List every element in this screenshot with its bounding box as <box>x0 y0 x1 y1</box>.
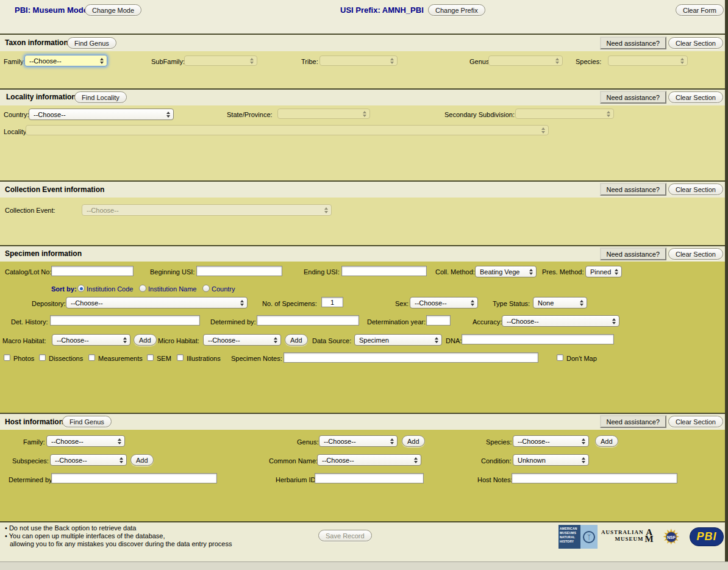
stepper-arrows-icon <box>432 337 440 343</box>
host-condition-select[interactable]: Unknown <box>513 454 589 466</box>
host-subspecies-select[interactable]: --Choose-- <box>50 454 127 466</box>
sort-institution-code-radio[interactable] <box>77 285 85 292</box>
determined-by-input[interactable] <box>257 315 359 326</box>
host-notes-input[interactable] <box>512 473 677 483</box>
accuracy-select[interactable]: --Choose-- <box>502 315 619 327</box>
catalog-lot-no-input[interactable] <box>51 266 134 276</box>
country-select[interactable]: --Choose-- <box>29 109 174 120</box>
locality-need-assistance-button[interactable]: Need assistance? <box>600 91 666 104</box>
change-prefix-button[interactable]: Change Prefix <box>428 4 485 16</box>
photos-checkbox[interactable] <box>4 354 10 361</box>
bottom-strip <box>0 562 728 570</box>
locality-select <box>26 125 549 135</box>
host-find-genus-button[interactable]: Find Genus <box>62 416 112 427</box>
amnh-logo-emblem-icon: ᛉ <box>580 525 598 549</box>
host-family-select[interactable]: --Choose-- <box>46 435 125 447</box>
clear-form-button[interactable]: Clear Form <box>676 4 724 16</box>
data-source-select[interactable]: Specimen <box>354 334 442 346</box>
host-common-name-select[interactable]: --Choose-- <box>317 454 421 466</box>
stepper-arrows-icon <box>388 58 396 64</box>
subfamily-select <box>184 55 257 66</box>
host-family-label: Family: <box>23 438 45 446</box>
depository-select-value: --Choose-- <box>71 299 237 307</box>
host-species-select[interactable]: --Choose-- <box>513 435 589 447</box>
type-status-label: Type Status: <box>493 300 530 307</box>
collection-need-assistance-button[interactable]: Need assistance? <box>600 183 666 196</box>
host-need-assistance-button[interactable]: Need assistance? <box>600 415 666 428</box>
det-history-input[interactable] <box>50 315 200 326</box>
sort-by-label: Sort by: <box>51 285 77 293</box>
dna-input[interactable] <box>462 334 614 344</box>
dissections-checkbox[interactable] <box>39 354 46 361</box>
host-subspecies-label: Subspecies: <box>12 457 49 465</box>
australian-museum-logo-text: AUSTRALIAN MUSEUM <box>601 529 644 543</box>
dont-map-checkbox[interactable] <box>557 354 563 361</box>
family-select[interactable]: --Choose-- <box>24 55 107 66</box>
host-genus-select[interactable]: --Choose-- <box>319 435 398 447</box>
specimen-notes-input[interactable] <box>284 352 538 363</box>
save-record-button[interactable]: Save Record <box>318 530 372 541</box>
sort-institution-name-radio[interactable] <box>139 285 146 292</box>
stepper-arrows-icon <box>164 112 172 118</box>
micro-habitat-add-button[interactable]: Add <box>285 334 308 346</box>
taxon-need-assistance-button[interactable]: Need assistance? <box>600 37 666 49</box>
pres-method-select[interactable]: Pinned <box>585 266 622 277</box>
find-genus-button[interactable]: Find Genus <box>67 37 116 49</box>
find-locality-button[interactable]: Find Locality <box>74 91 127 103</box>
sex-label: Sex: <box>395 300 409 307</box>
host-genus-label: Genus: <box>297 438 318 446</box>
det-history-label: Det. History: <box>11 318 48 326</box>
host-condition-select-value: Unknown <box>518 457 578 464</box>
host-species-add-button[interactable]: Add <box>595 435 618 447</box>
beginning-usi-input[interactable] <box>196 266 282 276</box>
subfamily-label: SubFamily: <box>151 58 185 65</box>
host-notes-label: Host Notes: <box>477 476 512 483</box>
family-label: Family: <box>4 58 25 65</box>
micro-habitat-select[interactable]: --Choose-- <box>203 334 281 346</box>
host-subspecies-add-button[interactable]: Add <box>130 454 154 466</box>
beginning-usi-label: Beginning USI: <box>150 268 194 276</box>
sort-institution-name-label: Institution Name <box>148 285 196 293</box>
specimen-need-assistance-button[interactable]: Need assistance? <box>600 248 666 260</box>
host-genus-add-button[interactable]: Add <box>402 435 425 447</box>
host-genus-select-value: --Choose-- <box>324 438 387 445</box>
host-determined-by-input[interactable] <box>51 473 217 483</box>
determined-by-label: Determined by: <box>210 318 256 326</box>
collection-clear-section-button[interactable]: Clear Section <box>668 183 723 195</box>
illustrations-checkbox[interactable] <box>177 354 184 361</box>
measurements-checkbox[interactable] <box>88 354 95 361</box>
herbarium-id-input[interactable] <box>315 473 424 483</box>
taxon-clear-section-button[interactable]: Clear Section <box>668 37 723 49</box>
coll-method-select[interactable]: Beating Vege <box>475 266 537 277</box>
change-mode-button[interactable]: Change Mode <box>85 4 141 16</box>
dna-label: DNA: <box>446 337 462 344</box>
determination-year-input[interactable] <box>426 315 451 326</box>
scrollbar[interactable] <box>725 0 728 561</box>
stepper-arrows-icon <box>248 58 255 64</box>
sort-country-radio[interactable] <box>202 285 210 292</box>
museum-mode-form: PBI: Museum Mode Change Mode USI Prefix:… <box>0 0 728 570</box>
no-of-specimens-input[interactable] <box>321 297 343 307</box>
sex-select[interactable]: --Choose-- <box>410 297 478 308</box>
sem-checkbox[interactable] <box>147 354 154 361</box>
macro-habitat-select[interactable]: --Choose-- <box>52 334 130 346</box>
sort-institution-code-label: Institution Code <box>87 285 133 293</box>
macro-habitat-add-button[interactable]: Add <box>134 334 157 346</box>
sem-checkbox-label: SEM <box>157 355 171 362</box>
locality-label: Locality: <box>4 128 28 135</box>
locality-clear-section-button[interactable]: Clear Section <box>668 91 723 103</box>
genus-select <box>488 55 563 66</box>
ending-usi-input[interactable] <box>341 266 427 276</box>
host-clear-section-button[interactable]: Clear Section <box>668 416 723 427</box>
type-status-select[interactable]: None <box>533 297 587 308</box>
depository-select[interactable]: --Choose-- <box>66 297 248 308</box>
family-select-value: --Choose-- <box>29 57 96 65</box>
pbi-logo: PBI <box>690 527 724 546</box>
stepper-arrows-icon <box>115 438 123 444</box>
stepper-arrows-icon <box>322 207 330 213</box>
secondary-subdivision-select <box>515 109 614 119</box>
sex-select-value: --Choose-- <box>415 299 467 307</box>
state-province-select <box>277 109 370 119</box>
species-select <box>608 55 688 66</box>
specimen-clear-section-button[interactable]: Clear Section <box>668 248 723 260</box>
